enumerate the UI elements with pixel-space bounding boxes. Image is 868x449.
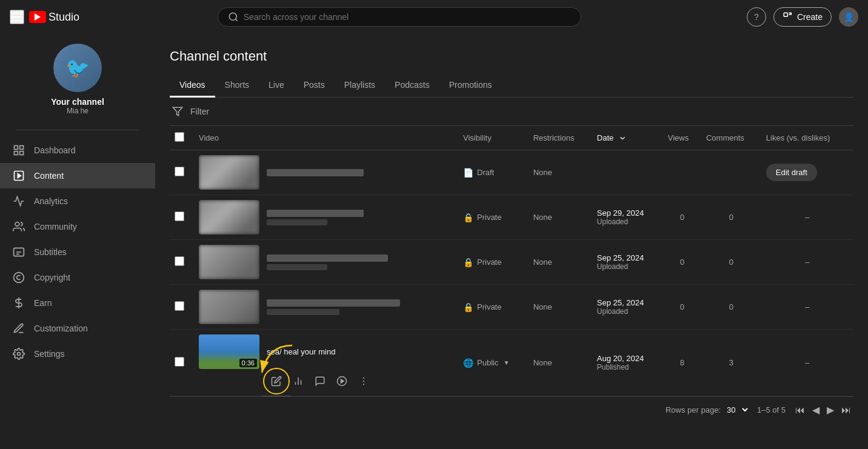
sidebar-item-analytics[interactable]: Analytics [0,188,155,214]
sidebar-item-subtitles[interactable]: Subtitles [0,239,155,265]
sidebar-item-content[interactable]: Content [0,163,155,188]
menu-button[interactable] [10,10,24,24]
video-info [267,210,364,225]
avatar[interactable]: 👤 [839,7,858,27]
visibility-dropdown-arrow[interactable]: ▼ [503,359,509,366]
video-info: sea/ heal your mind [267,347,335,356]
video-cell [194,285,458,330]
date-cell: Aug 20, 2024 Published [592,330,663,396]
restrictions-cell: None [529,195,592,240]
likes-cell: – [761,240,853,285]
select-all-checkbox[interactable] [175,132,184,142]
row-checkbox-cell [170,195,194,240]
last-page-button[interactable]: ⏭ [839,404,853,417]
date-status: Uploaded [597,262,658,271]
table-row: 🔒 Private None Sep 25, 2024 Uploaded 0 0… [170,285,853,330]
views-cell: 0 [663,285,701,330]
restrictions-cell: None [529,240,592,285]
rows-per-page-label: Rows per page: [666,405,721,414]
tab-posts[interactable]: Posts [294,74,335,98]
draft-icon: 📄 [463,168,473,178]
sidebar-item-earn[interactable]: Earn [0,290,155,316]
next-page-button[interactable]: ▶ [824,403,836,417]
video-title: sea/ heal your mind [267,347,335,356]
row-checkbox-cell [170,240,194,285]
date-primary: Aug 20, 2024 [597,354,658,363]
rows-per-page-select[interactable]: 30 50 100 [724,405,750,415]
svg-marker-8 [18,174,21,178]
first-page-button[interactable]: ⏮ [793,404,807,417]
rows-per-page: Rows per page: 30 50 100 [666,405,750,415]
globe-icon: 🌐 [463,358,473,368]
row-checkbox[interactable] [175,301,184,311]
video-sub-blurred [267,264,327,270]
sidebar-item-customization[interactable]: Customization [0,316,155,341]
tooltip: Details [261,396,293,396]
svg-point-0 [229,13,236,20]
comments-button[interactable] [310,371,330,391]
comments-cell: 0 [701,285,761,330]
video-info [267,169,364,176]
thumbnail [199,200,259,234]
more-options-button[interactable] [354,371,373,391]
tab-videos[interactable]: Videos [170,74,215,98]
filter-bar: Filter [170,98,853,126]
sidebar-item-copyright[interactable]: Copyright [0,265,155,290]
likes-cell: – [761,195,853,240]
visibility-label: Draft [477,168,494,177]
help-button[interactable]: ? [747,7,766,27]
earn-icon [12,296,25,310]
sidebar-item-label: Community [34,222,77,231]
header-views: Views [663,126,701,150]
comments-cell: 0 [701,240,761,285]
visibility-cell: 🔒 Private [458,195,529,240]
svg-line-1 [235,19,237,21]
sidebar-item-label: Customization [34,324,88,333]
analytics-button[interactable] [289,371,308,391]
lock-icon: 🔒 [463,213,473,222]
row-checkbox[interactable] [175,211,184,221]
header-checkbox-cell [170,126,194,150]
restrictions-cell: None [529,150,592,195]
header-date[interactable]: Date [592,126,663,150]
prev-page-button[interactable]: ◀ [810,403,822,417]
edit-draft-button[interactable]: Edit draft [766,164,817,181]
channel-name: Your channel [51,97,104,107]
search-input[interactable] [244,12,571,22]
video-info [267,254,388,270]
table-row: 📄 Draft None Edit draft [170,150,853,195]
row-checkbox-cell [170,150,194,195]
dashboard-icon [12,144,25,157]
row-checkbox[interactable] [175,167,184,176]
row-checkbox[interactable] [175,256,184,266]
comments-cell [701,150,761,195]
watch-button[interactable] [332,371,352,391]
video-title-blurred [267,299,400,307]
sidebar-item-label: Dashboard [34,145,76,155]
subtitles-icon [12,245,25,259]
details-button[interactable] [267,371,286,391]
tab-podcasts[interactable]: Podcasts [385,74,439,98]
sidebar-item-dashboard[interactable]: Dashboard [0,138,155,163]
content-table: Video Visibility Restrictions Date Views… [170,126,853,396]
tab-live[interactable]: Live [259,74,294,98]
date-status: Uploaded [597,218,658,226]
filter-button[interactable] [170,104,185,119]
sidebar: 🐦 Your channel Mia he Dashboard Content [0,34,155,449]
row-checkbox[interactable] [175,357,184,367]
video-duration: 0:36 [239,359,257,367]
create-button[interactable]: Create [773,7,832,27]
tab-promotions[interactable]: Promotions [439,74,502,98]
svg-rect-6 [15,151,18,155]
copyright-icon [12,271,25,284]
tab-playlists[interactable]: Playlists [335,74,385,98]
sidebar-item-settings[interactable]: Settings [0,341,155,367]
date-status: Published [597,363,658,371]
tab-shorts[interactable]: Shorts [215,74,259,98]
svg-point-21 [363,377,364,379]
pagination-nav: ⏮ ◀ ▶ ⏭ [793,403,853,417]
sidebar-item-label: Copyright [34,273,70,282]
search-bar [218,7,581,27]
channel-avatar[interactable]: 🐦 [53,44,102,92]
sidebar-item-community[interactable]: Community [0,214,155,239]
